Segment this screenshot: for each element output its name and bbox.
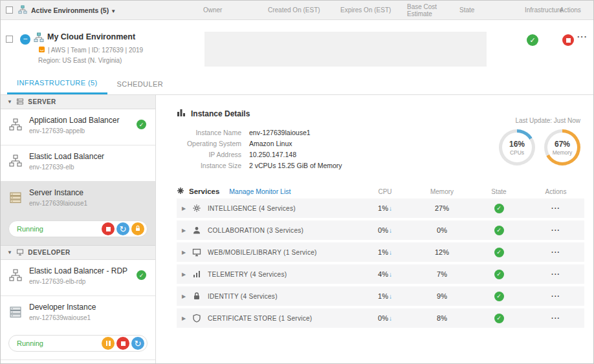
restart-instance-button[interactable]: ↻	[131, 337, 144, 350]
restart-instance-button[interactable]: ↻	[116, 222, 129, 235]
manage-monitor-list-link[interactable]: Manage Monitor List	[229, 187, 291, 195]
bar-chart-icon	[177, 108, 186, 119]
environment-region: Region: US East (N. Virginia)	[38, 57, 122, 64]
monitor-summary: Last Update: Just Now 16% CPUs 67% Memor…	[499, 117, 580, 166]
load-balancer-icon	[8, 266, 29, 284]
sidebar-item-elastic-load-balancer-rdp[interactable]: Elastic Load Balancer - RDP env-127639-e…	[1, 260, 155, 296]
field-label: Instance Name	[177, 128, 241, 137]
service-row-collaboration[interactable]: ▶ COLLABORATION (3 Services) 0%↓ 0% ✓ ··…	[177, 220, 584, 240]
state-ok-icon: ✓	[494, 292, 504, 301]
server-section-icon	[16, 98, 24, 107]
tab-bar: INFRASTRUCTURE (5) SCHEDULER	[1, 73, 593, 95]
section-caret-icon: ▼	[7, 99, 12, 105]
state-ok-icon: ✓	[494, 314, 504, 323]
state-cell: ✓	[470, 226, 527, 235]
row-actions-button[interactable]: ···	[527, 204, 584, 212]
status-running-label: Running	[17, 339, 43, 347]
collapse-environment-button[interactable]: −	[20, 34, 30, 45]
item-title: Server Instance	[29, 188, 87, 197]
instance-details-panel: Instance Details Instance Nameenv-127639…	[156, 95, 593, 364]
pause-instance-button[interactable]	[102, 337, 115, 350]
service-row-telemetry[interactable]: ▶ TELEMETRY (4 Services) 4%↓ 7% ✓ ···	[177, 264, 584, 284]
state-ok-icon: ✓	[494, 270, 504, 279]
row-actions-button[interactable]: ···	[527, 270, 584, 278]
state-cell: ✓	[470, 292, 527, 301]
column-header-memory: Memory	[413, 188, 470, 195]
row-actions-button[interactable]: ···	[527, 248, 584, 256]
tab-scheduler[interactable]: SCHEDULER	[107, 73, 173, 94]
service-row-identity[interactable]: ▶ IDENTITY (4 Services) 1%↓ 9% ✓ ···	[177, 286, 584, 306]
expand-caret-icon[interactable]: ▶	[182, 316, 192, 321]
cloud-environment-app: Active Environments (5)▼ Owner Created O…	[0, 0, 594, 364]
section-label: DEVELOPER	[28, 249, 70, 256]
tab-infrastructure[interactable]: INFRASTRUCTURE (5)	[7, 73, 107, 94]
memory-value: 12%	[413, 248, 470, 256]
column-header-infrastructure: Infrastructure	[525, 6, 563, 14]
stop-instance-button[interactable]	[102, 222, 115, 235]
service-row-intelligence[interactable]: ▶ INTELLIGENCE (4 Services) 1%↓ 27% ✓ ··…	[177, 198, 584, 218]
sidebar-section-developer[interactable]: ▼ DEVELOPER	[1, 246, 155, 260]
signal-bars-icon	[192, 270, 208, 279]
memory-value: 9%	[413, 292, 470, 300]
cpu-gauge-value: 16%	[509, 140, 525, 149]
service-name: COLLABORATION (3 Services)	[208, 227, 357, 234]
memory-value: 7%	[413, 270, 470, 278]
row-actions-button[interactable]: ···	[527, 292, 584, 300]
monitor-icon	[192, 248, 208, 257]
environment-ok-icon: ✓	[527, 34, 538, 46]
environment-row[interactable]: − My Cloud Environment | AWS | Team | ID…	[1, 20, 593, 73]
column-header-state: State	[470, 188, 527, 195]
state-ok-icon: ✓	[137, 120, 146, 129]
developer-instance-status-row: Running ↻	[1, 332, 155, 360]
service-name: TELEMETRY (4 Services)	[208, 271, 357, 278]
cpu-value: 4%↓	[357, 270, 413, 278]
column-header-cpu: CPU	[357, 188, 413, 195]
item-title: Application Load Balancer	[29, 116, 119, 125]
environment-checkbox[interactable]	[6, 36, 13, 43]
chevron-down-icon: ▼	[111, 8, 116, 14]
active-environments-dropdown[interactable]: Active Environments (5)▼	[31, 6, 116, 14]
expand-caret-icon[interactable]: ▶	[182, 250, 192, 255]
sidebar-item-application-load-balancer[interactable]: Application Load Balancer env-127639-app…	[1, 109, 155, 145]
sidebar-item-elastic-load-balancer[interactable]: Elastic Load Balancer env-127639-elb	[1, 145, 155, 182]
sidebar-item-server-instance[interactable]: Server Instance env-127639laiouse1	[1, 182, 155, 218]
developer-instance-icon	[8, 303, 29, 320]
item-subtitle: env-127639-appelb	[29, 127, 119, 134]
row-actions-button[interactable]: ···	[527, 226, 584, 234]
field-label: Instance Size	[177, 161, 241, 170]
instance-status-pill: Running ↻	[8, 220, 148, 237]
service-name: IDENTITY (4 Services)	[208, 293, 357, 300]
sidebar-section-server[interactable]: ▼ SERVER	[1, 95, 155, 109]
cpu-value: 1%↓	[357, 248, 413, 256]
select-all-checkbox[interactable]	[6, 6, 13, 14]
column-header-actions: Actions	[560, 6, 581, 14]
infrastructure-sidebar: ▼ SERVER Application Load Balancer env-1…	[1, 95, 156, 364]
trend-down-icon: ↓	[389, 205, 392, 212]
lock-instance-button[interactable]	[131, 222, 144, 235]
item-subtitle: env-127639laiouse1	[29, 200, 87, 207]
stop-instance-button[interactable]	[116, 337, 129, 350]
status-running-label: Running	[17, 225, 43, 233]
redacted-info-panel	[204, 32, 487, 67]
state-cell: ✓	[470, 314, 527, 323]
state-cell: ✓	[470, 204, 527, 213]
trend-down-icon: ↓	[389, 227, 392, 234]
service-row-web-mobile-library[interactable]: ▶ WEB/MOBILE/LIBRARY (1 Service) 1%↓ 12%…	[177, 242, 584, 262]
environment-actions-button[interactable]: ···	[577, 32, 588, 41]
column-header-expires: Expires On (EST)	[340, 6, 391, 14]
expand-caret-icon[interactable]: ▶	[182, 206, 192, 211]
environment-stop-button[interactable]	[562, 34, 574, 46]
column-header-created: Created On (EST)	[268, 6, 320, 14]
expand-caret-icon[interactable]: ▶	[182, 272, 192, 277]
environments-header-bar: Active Environments (5)▼ Owner Created O…	[1, 1, 593, 20]
row-actions-button[interactable]: ···	[527, 314, 584, 322]
environment-icon	[34, 32, 44, 44]
sidebar-item-developer-instance[interactable]: Developer Instance env-127639waiouse1	[1, 296, 155, 332]
service-row-certificate-store[interactable]: ▶ CERTIFICATE STORE (1 Service) 0%↓ 8% ✓…	[177, 308, 584, 328]
state-cell: ✓	[470, 248, 527, 257]
instance-status-pill: Running ↻	[8, 335, 148, 352]
operating-system-value: Amazon Linux	[249, 139, 292, 148]
expand-caret-icon[interactable]: ▶	[182, 294, 192, 299]
state-ok-icon: ✓	[494, 226, 504, 235]
expand-caret-icon[interactable]: ▶	[182, 228, 192, 233]
